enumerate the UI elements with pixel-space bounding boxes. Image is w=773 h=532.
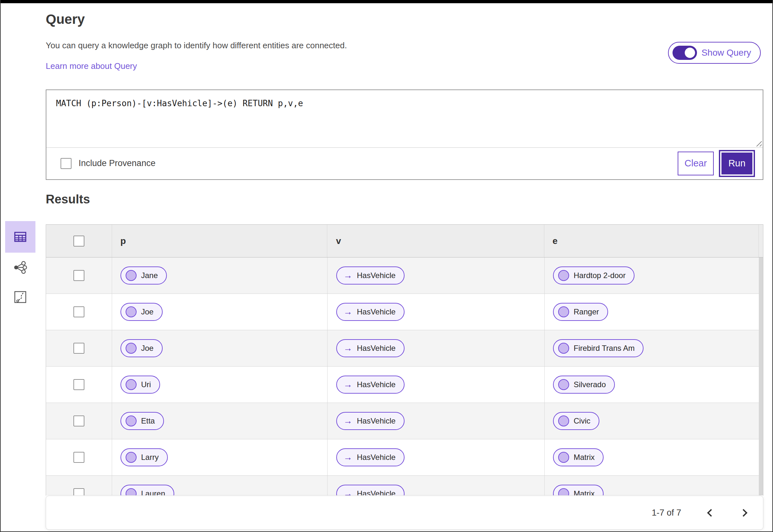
query-editor-footer: Include Provenance Clear Run bbox=[46, 148, 763, 179]
node-pill[interactable]: Larry bbox=[120, 448, 168, 466]
page-title: Query bbox=[46, 12, 85, 27]
include-provenance-label: Include Provenance bbox=[79, 158, 155, 168]
row-checkbox[interactable] bbox=[73, 343, 84, 354]
node-pill[interactable]: Matrix bbox=[553, 485, 604, 495]
edge-pill[interactable]: → HasVehicle bbox=[336, 376, 405, 394]
arrow-right-icon: → bbox=[343, 489, 352, 495]
query-page: Query You can query a knowledge graph to… bbox=[0, 0, 773, 532]
cell-v: → HasVehicle bbox=[328, 294, 545, 330]
column-header-p[interactable]: p bbox=[112, 225, 327, 257]
node-circle-icon bbox=[558, 379, 569, 390]
node-pill[interactable]: Jane bbox=[120, 266, 167, 285]
results-table: p v e Jane → HasVehicle Hardtop 2-doo bbox=[46, 224, 763, 496]
node-pill[interactable]: Hardtop 2-door bbox=[553, 266, 635, 285]
node-label: Silverado bbox=[573, 380, 606, 389]
chevron-right-icon[interactable] bbox=[740, 509, 747, 517]
resize-handle-icon[interactable] bbox=[755, 139, 762, 146]
cell-p: Joe bbox=[112, 294, 328, 330]
scrollbar-thumb[interactable] bbox=[759, 257, 763, 495]
node-pill[interactable]: Matrix bbox=[553, 448, 604, 466]
node-circle-icon bbox=[558, 343, 569, 354]
node-pill[interactable]: Joe bbox=[120, 339, 163, 357]
row-checkbox[interactable] bbox=[73, 415, 84, 426]
edge-pill[interactable]: → HasVehicle bbox=[336, 412, 405, 430]
node-pill[interactable]: Ranger bbox=[553, 303, 608, 321]
node-pill[interactable]: Silverado bbox=[553, 376, 615, 394]
column-header-v[interactable]: v bbox=[327, 225, 544, 257]
node-label: Firebird Trans Am bbox=[573, 344, 635, 353]
sidebar-item-chart-view[interactable] bbox=[10, 287, 30, 307]
table-row: Lauren → HasVehicle Matrix bbox=[46, 476, 763, 495]
header-scroll-spacer bbox=[759, 225, 763, 257]
cell-e: Civic bbox=[545, 403, 759, 439]
table-scrollbar[interactable] bbox=[759, 257, 763, 495]
table-row: Joe → HasVehicle Ranger bbox=[46, 294, 763, 330]
top-black-bar bbox=[1, 0, 772, 3]
column-header-e[interactable]: e bbox=[544, 225, 759, 257]
learn-more-link[interactable]: Learn more about Query bbox=[46, 61, 137, 71]
table-row: Jane → HasVehicle Hardtop 2-door bbox=[46, 257, 763, 294]
table-header-row: p v e bbox=[46, 224, 763, 257]
node-pill[interactable]: Lauren bbox=[120, 485, 174, 495]
clear-button[interactable]: Clear bbox=[678, 152, 714, 175]
cell-e: Silverado bbox=[545, 367, 759, 403]
node-label: Jane bbox=[141, 271, 158, 280]
row-checkbox[interactable] bbox=[73, 452, 84, 463]
node-circle-icon bbox=[126, 306, 136, 317]
row-checkbox[interactable] bbox=[73, 379, 84, 390]
query-textarea[interactable]: MATCH (p:Person)-[v:HasVehicle]->(e) RET… bbox=[46, 90, 763, 148]
node-label: Ranger bbox=[573, 307, 599, 316]
row-checkbox[interactable] bbox=[73, 270, 84, 281]
row-checkbox-cell bbox=[46, 367, 112, 403]
select-all-checkbox[interactable] bbox=[73, 236, 84, 247]
cell-p: Joe bbox=[112, 330, 328, 366]
pagination-range-label: 1-7 of 7 bbox=[652, 508, 681, 518]
sidebar-item-table-view[interactable] bbox=[5, 221, 35, 253]
cell-v: → HasVehicle bbox=[328, 330, 545, 366]
cell-e: Hardtop 2-door bbox=[545, 257, 759, 294]
sidebar-item-graph-view[interactable] bbox=[10, 257, 30, 277]
show-query-label: Show Query bbox=[702, 48, 751, 58]
node-label: Joe bbox=[141, 307, 154, 316]
node-pill[interactable]: Uri bbox=[120, 376, 160, 394]
row-checkbox-cell bbox=[46, 257, 112, 294]
cell-v: → HasVehicle bbox=[328, 439, 545, 475]
edge-pill[interactable]: → HasVehicle bbox=[336, 485, 405, 495]
query-editor-card: MATCH (p:Person)-[v:HasVehicle]->(e) RET… bbox=[46, 89, 763, 180]
edge-pill[interactable]: → HasVehicle bbox=[336, 266, 405, 285]
node-pill[interactable]: Civic bbox=[553, 412, 600, 430]
query-buttons: Clear Run bbox=[678, 150, 755, 177]
edge-pill[interactable]: → HasVehicle bbox=[336, 448, 405, 466]
cell-e: Matrix bbox=[545, 439, 759, 475]
node-label: Matrix bbox=[573, 453, 595, 462]
edge-pill[interactable]: → HasVehicle bbox=[336, 303, 405, 321]
include-provenance-checkbox[interactable] bbox=[60, 158, 71, 169]
node-circle-icon bbox=[558, 270, 569, 281]
node-label: Matrix bbox=[573, 489, 595, 495]
query-text: MATCH (p:Person)-[v:HasVehicle]->(e) RET… bbox=[56, 98, 753, 108]
show-query-toggle-button[interactable]: Show Query bbox=[668, 42, 761, 64]
node-pill[interactable]: Etta bbox=[120, 412, 164, 430]
row-checkbox[interactable] bbox=[73, 306, 84, 317]
node-pill[interactable]: Firebird Trans Am bbox=[553, 339, 644, 357]
node-circle-icon bbox=[558, 306, 569, 317]
arrow-right-icon: → bbox=[343, 307, 352, 316]
show-query-toggle[interactable] bbox=[673, 46, 697, 60]
pagination-bar: 1-7 of 7 bbox=[46, 496, 763, 530]
arrow-right-icon: → bbox=[343, 271, 352, 280]
table-body: Jane → HasVehicle Hardtop 2-door Joe bbox=[46, 257, 763, 495]
chevron-left-icon[interactable] bbox=[707, 509, 715, 517]
cell-e: Matrix bbox=[545, 476, 759, 495]
node-pill[interactable]: Joe bbox=[120, 303, 163, 321]
results-heading: Results bbox=[46, 192, 90, 206]
edge-pill[interactable]: → HasVehicle bbox=[336, 339, 405, 357]
node-circle-icon bbox=[126, 343, 136, 354]
node-circle-icon bbox=[126, 452, 136, 463]
cell-p: Lauren bbox=[112, 476, 328, 495]
include-provenance-option[interactable]: Include Provenance bbox=[60, 158, 155, 169]
row-checkbox[interactable] bbox=[73, 488, 84, 495]
edge-label: HasVehicle bbox=[357, 307, 396, 316]
row-checkbox-cell bbox=[46, 439, 112, 475]
node-circle-icon bbox=[126, 270, 136, 281]
run-button[interactable]: Run bbox=[719, 150, 755, 177]
